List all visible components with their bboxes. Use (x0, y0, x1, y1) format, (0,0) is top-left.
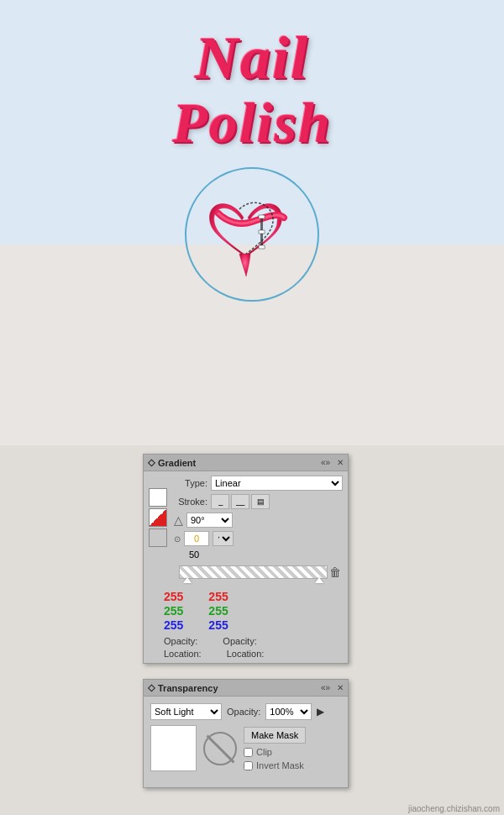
canvas-area: Nail Polish (0, 0, 504, 445)
transparency-panel: ◇ Transparency «» ✕ Soft Light Normal Mu… (143, 679, 349, 788)
location-label-right: Location: (227, 649, 265, 659)
stroke-buttons: ⎯ ⎯⎯ ▤ (211, 494, 270, 509)
type-dropdown[interactable]: Linear Radial (211, 476, 343, 491)
type-row: Type: Linear Radial Stroke: ⎯ ⎯⎯ ▤ (149, 476, 343, 560)
left-r-value: 255 (164, 590, 183, 603)
left-b-value: 255 (164, 618, 183, 632)
panel-arrows: «» (321, 458, 330, 467)
angle-icon: △ (174, 513, 183, 527)
nail-text-line1: Nail (172, 25, 332, 92)
circle-heart-container (185, 167, 319, 302)
heart-svg (193, 180, 311, 289)
stroke-row: Stroke: ⎯ ⎯⎯ ▤ (174, 494, 343, 509)
stroke-label: Stroke: (174, 497, 207, 507)
blend-mode-dropdown[interactable]: Soft Light Normal Multiply Screen Overla… (150, 703, 222, 720)
transparency-arrow-icon: ◇ (148, 682, 155, 693)
clip-checkbox-row: Clip (244, 747, 306, 757)
right-r-value: 255 (208, 590, 228, 603)
nail-text-line2: Polish (172, 92, 332, 155)
type-label: Type: (174, 478, 207, 488)
mask-area: Make Mask Clip Invert Mask (150, 725, 341, 771)
invert-mask-checkbox[interactable] (244, 761, 253, 770)
type-select-row: Type: Linear Radial (174, 476, 343, 491)
gradient-label: Gradient (158, 458, 196, 468)
stroke-btn-1[interactable]: ⎯ (211, 494, 229, 509)
opacity-text-label: Opacity: (227, 707, 260, 717)
right-g-value: 255 (208, 604, 228, 618)
clip-checkbox[interactable] (244, 748, 253, 757)
mask-controls: Make Mask Clip Invert Mask (244, 727, 306, 771)
location-label-left: Location: (164, 649, 202, 659)
gradient-bar-container: 🗑 (149, 565, 343, 579)
swatch-diagonal[interactable] (149, 508, 167, 527)
offset-input[interactable]: 0 (184, 531, 209, 546)
svg-rect-1 (259, 215, 265, 218)
no-entry-icon (203, 732, 237, 765)
opacity-label-left: Opacity: (164, 636, 197, 646)
gradient-arrow-icon: ◇ (148, 457, 155, 468)
opacity-location-labels: Opacity: Opacity: (164, 636, 343, 646)
left-g-value: 255 (164, 604, 183, 618)
transparency-titlebar: ◇ Transparency «» ✕ (144, 680, 348, 697)
left-color-col: 255 255 255 (164, 590, 183, 632)
transparency-title: ◇ Transparency (148, 682, 218, 693)
transparency-content: Soft Light Normal Multiply Screen Overla… (144, 697, 348, 778)
swatch-small[interactable] (149, 528, 167, 547)
opacity-dropdown[interactable]: 100% 75% 50% 25% (265, 703, 312, 720)
angle-row: △ 90° 0° 45° 180° (174, 513, 343, 528)
blend-opacity-row: Soft Light Normal Multiply Screen Overla… (150, 703, 341, 720)
offset-icon: ⊙ (174, 534, 181, 544)
gradient-title-right: «» ✕ (321, 458, 344, 467)
invert-mask-label: Invert Mask (256, 760, 304, 770)
gradient-content: Type: Linear Radial Stroke: ⎯ ⎯⎯ ▤ (144, 471, 348, 663)
location-labels: Location: Location: (164, 649, 343, 659)
nail-polish-title: Nail Polish (172, 25, 332, 155)
close-icon[interactable]: ✕ (337, 458, 344, 467)
svg-rect-3 (259, 245, 265, 249)
swatch-white[interactable] (149, 488, 167, 507)
offset-dropdown[interactable]: ▼ (213, 531, 234, 546)
transparency-close-icon[interactable]: ✕ (337, 683, 344, 692)
delete-icon[interactable]: 🗑 (329, 565, 341, 579)
swatch-column (149, 488, 167, 547)
color-values-area: 255 255 255 255 255 255 (164, 590, 343, 632)
gradient-titlebar: ◇ Gradient «» ✕ (144, 455, 348, 471)
mask-white-square[interactable] (150, 725, 197, 771)
make-mask-button[interactable]: Make Mask (244, 727, 306, 744)
opacity-arrow[interactable]: ▶ (317, 706, 324, 718)
transparency-panel-arrows: «» (321, 683, 330, 692)
clip-label: Clip (256, 747, 272, 757)
angle-dropdown[interactable]: 90° 0° 45° 180° (186, 513, 233, 528)
gradient-title: ◇ Gradient (148, 457, 196, 468)
main-container: Nail Polish (0, 0, 504, 815)
invert-mask-checkbox-row: Invert Mask (244, 760, 306, 770)
transparency-title-right: «» ✕ (321, 683, 344, 692)
transparency-label: Transparency (158, 683, 218, 693)
right-color-col: 255 255 255 (208, 590, 228, 632)
right-b-value: 255 (208, 618, 228, 632)
svg-rect-2 (259, 230, 265, 234)
offset-row: ⊙ 0 ▼ (174, 531, 343, 546)
offset-number-row: 50 (174, 549, 343, 560)
stroke-btn-3[interactable]: ▤ (251, 494, 270, 509)
offset-number: 50 (189, 549, 199, 560)
stroke-btn-2[interactable]: ⎯⎯ (231, 494, 249, 509)
gradient-bar[interactable] (179, 565, 328, 579)
gradient-panel: ◇ Gradient «» ✕ Type: (143, 454, 349, 664)
watermark: jiaocheng.chizishan.com (408, 804, 500, 813)
opacity-label-right: Opacity: (223, 636, 256, 646)
